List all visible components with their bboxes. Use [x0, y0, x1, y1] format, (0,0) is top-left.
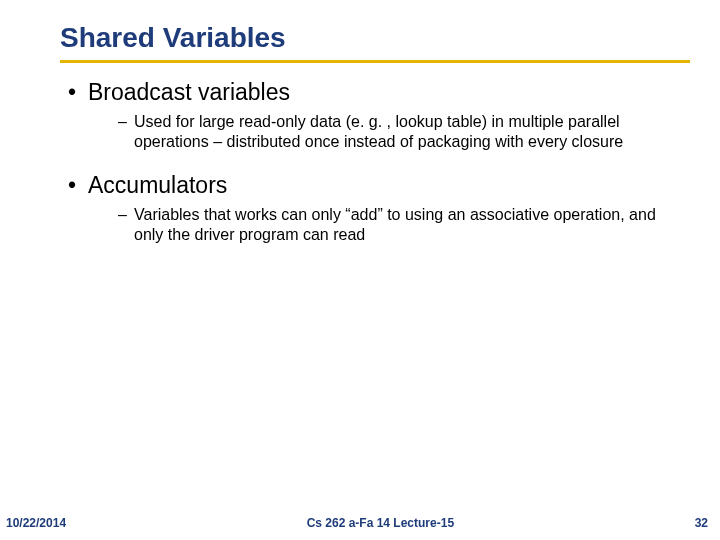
footer-page-number: 32: [695, 516, 708, 530]
sub-bullet-item: – Variables that works can only “add” to…: [118, 205, 680, 245]
bullet-item: • Broadcast variables: [68, 79, 690, 106]
slide-content: • Broadcast variables – Used for large r…: [60, 79, 690, 245]
bullet-icon: •: [68, 79, 88, 106]
bullet-icon: •: [68, 172, 88, 199]
bullet-item: • Accumulators: [68, 172, 690, 199]
sub-bullet-item: – Used for large read-only data (e. g. ,…: [118, 112, 680, 152]
slide: Shared Variables • Broadcast variables –…: [0, 0, 720, 540]
slide-footer: 10/22/2014 Cs 262 a-Fa 14 Lecture-15 32: [0, 516, 720, 530]
dash-icon: –: [118, 205, 134, 245]
title-underline: [60, 60, 690, 63]
footer-date: 10/22/2014: [6, 516, 66, 530]
bullet-heading: Broadcast variables: [88, 79, 290, 106]
dash-icon: –: [118, 112, 134, 152]
sub-bullet-text: Used for large read-only data (e. g. , l…: [134, 112, 680, 152]
footer-center: Cs 262 a-Fa 14 Lecture-15: [66, 516, 695, 530]
sub-bullet-text: Variables that works can only “add” to u…: [134, 205, 680, 245]
bullet-heading: Accumulators: [88, 172, 227, 199]
slide-title: Shared Variables: [60, 22, 690, 54]
